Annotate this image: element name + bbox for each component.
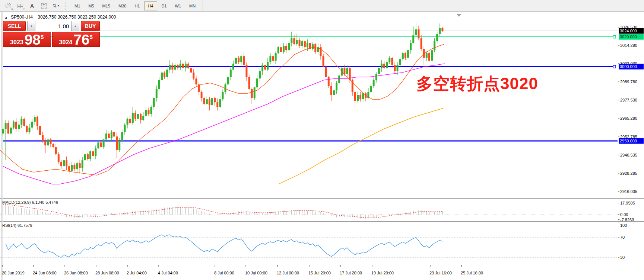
svg-text:3000.000: 3000.000 [620, 64, 637, 69]
sell-price-pips: 5 [41, 34, 44, 40]
svg-text:25 Jul 16:00: 25 Jul 16:00 [461, 271, 483, 275]
svg-text:15 Jul 20:00: 15 Jul 20:00 [308, 271, 331, 275]
chart-canvas[interactable]: 3026.5303014.2803002.0302989.7802977.530… [0, 12, 644, 280]
chart-text-annotation[interactable]: 多空转折点3020 [416, 73, 538, 95]
timeframe-button-w1[interactable]: W1 [171, 1, 185, 10]
svg-text:10 Jul 00:00: 10 Jul 00:00 [245, 271, 267, 275]
svg-text:70: 70 [620, 235, 625, 239]
volume-increase-button[interactable]: ▲ [71, 21, 79, 31]
svg-text:2 Jul 04:00: 2 Jul 04:00 [127, 271, 147, 275]
buy-price-box[interactable]: 3024 76 5 [52, 32, 100, 47]
macd-label: MACD(12,26,9) 6.1340 5.4746 [2, 200, 58, 205]
svg-text:8 Jul 00:00: 8 Jul 00:00 [214, 271, 234, 275]
text-label-icon[interactable]: A [26, 1, 38, 11]
ohlc-values: 3026.750 3026.750 3023.250 3024.000 [38, 15, 116, 20]
svg-text:0.00: 0.00 [620, 212, 628, 217]
buy-price-main: 76 [73, 34, 89, 45]
timeframe-button-m30[interactable]: M30 [115, 1, 130, 10]
sell-price-box[interactable]: 3023 98 5 [3, 32, 51, 47]
buy-button[interactable]: BUY [81, 21, 100, 31]
svg-text:30: 30 [620, 255, 625, 260]
timeframe-button-mn[interactable]: MN [185, 1, 199, 10]
volume-decrease-button[interactable]: ▼ [27, 21, 35, 31]
svg-text:17 Jul 20:00: 17 Jul 20:00 [340, 271, 362, 275]
timeframe-button-m1[interactable]: M1 [71, 1, 84, 10]
svg-text:24 Jun 08:00: 24 Jun 08:00 [33, 271, 57, 275]
svg-text:-7.8263: -7.8263 [620, 218, 634, 222]
svg-text:20 Jun 2019: 20 Jun 2019 [2, 271, 25, 275]
text-box-icon[interactable]: T [38, 1, 50, 11]
svg-text:2928.285: 2928.285 [620, 171, 637, 176]
svg-text:17.9505: 17.9505 [620, 201, 635, 205]
svg-text:19 Jul 20:00: 19 Jul 20:00 [371, 271, 394, 275]
svg-text:3024.000: 3024.000 [620, 29, 637, 33]
chart-title: ▲ SP500-,H4 3026.750 3026.750 3023.250 3… [4, 15, 116, 20]
timeframe-button-d1[interactable]: D1 [158, 1, 171, 10]
buy-price-handle: 3024 [59, 39, 73, 45]
svg-text:2965.280: 2965.280 [620, 116, 637, 120]
svg-text:2940.535: 2940.535 [620, 153, 637, 157]
buy-price-pips: 5 [90, 34, 93, 40]
toolbar-separator [203, 1, 203, 11]
svg-text:3020.000: 3020.000 [620, 35, 637, 39]
svg-text:28 Jun 08:00: 28 Jun 08:00 [95, 271, 119, 275]
svg-text:2950.000: 2950.000 [620, 139, 637, 143]
timeframe-button-h1[interactable]: H1 [131, 1, 143, 10]
svg-text:100: 100 [620, 223, 627, 228]
objects-arrows-icon[interactable]: ⇅▾ [50, 1, 61, 11]
svg-text:2977.530: 2977.530 [620, 98, 637, 102]
volume-input[interactable] [35, 21, 71, 31]
trading-terminal: EFAT⇅▾M1M5M15M30H1H4D1W1MN 3026.5303014.… [0, 0, 644, 280]
hline-3000-handle[interactable] [613, 65, 616, 68]
svg-text:12 Jul 00:00: 12 Jul 00:00 [277, 271, 299, 275]
sell-price-handle: 3023 [10, 39, 23, 45]
svg-text:2989.780: 2989.780 [620, 80, 637, 84]
hline-3020-handle[interactable] [613, 36, 616, 38]
rsi-label: RSI(14) 61.7579 [2, 223, 32, 228]
one-click-trading-panel: SELL ▼ ▲ BUY 3023 98 5 3024 76 5 [3, 21, 100, 47]
sell-button[interactable]: SELL [3, 21, 26, 31]
grid-icon[interactable]: F [15, 1, 26, 11]
sell-price-main: 98 [25, 34, 41, 45]
svg-text:26 Jun 08:00: 26 Jun 08:00 [64, 271, 88, 275]
svg-text:2916.035: 2916.035 [620, 189, 637, 194]
toolbar-grip [66, 2, 67, 10]
symbol-timeframe-label: SP500-,H4 [11, 15, 33, 20]
collapse-arrow-icon[interactable]: ▲ [4, 16, 8, 19]
indicators-icon[interactable]: E [3, 1, 14, 11]
toolbar: EFAT⇅▾M1M5M15M30H1H4D1W1MN [0, 0, 644, 12]
timeframe-button-m5[interactable]: M5 [85, 1, 98, 10]
svg-text:3014.280: 3014.280 [620, 43, 637, 48]
timeframe-button-m15[interactable]: M15 [99, 1, 114, 10]
svg-text:23 Jul 16:00: 23 Jul 16:00 [429, 271, 452, 275]
timeframe-button-h4[interactable]: H4 [144, 1, 157, 10]
svg-text:4 Jul 04:00: 4 Jul 04:00 [158, 271, 178, 275]
